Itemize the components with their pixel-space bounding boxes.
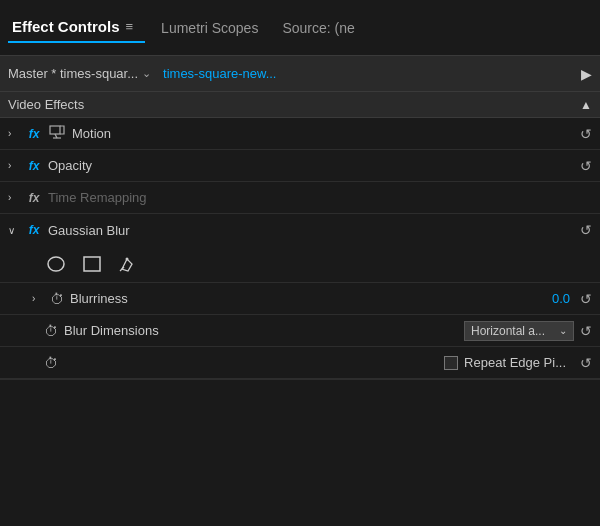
blur-dimensions-row: ⏱ Blur Dimensions Horizontal a... ⌄ ↺ bbox=[0, 315, 600, 347]
motion-fx-badge[interactable]: fx bbox=[26, 127, 42, 141]
pen-tool[interactable] bbox=[114, 252, 142, 276]
blur-dimensions-reset-icon[interactable]: ↺ bbox=[580, 323, 592, 339]
blur-dimensions-chevron: ⌄ bbox=[559, 325, 567, 336]
repeat-edge-label: Repeat Edge Pi... bbox=[464, 355, 566, 370]
video-effects-header: Video Effects ▲ bbox=[0, 92, 600, 118]
motion-effect-name: Motion bbox=[72, 126, 574, 141]
opacity-expand-arrow[interactable]: › bbox=[8, 160, 20, 171]
repeat-edge-checkbox[interactable] bbox=[444, 356, 458, 370]
blurriness-label: Blurriness bbox=[70, 291, 546, 306]
video-effects-title: Video Effects bbox=[8, 97, 84, 112]
master-row: Master * times-squar... ⌄ times-square-n… bbox=[0, 56, 600, 92]
tab-lumetri-scopes[interactable]: Lumetri Scopes bbox=[145, 14, 274, 42]
blur-dimensions-dropdown[interactable]: Horizontal a... ⌄ bbox=[464, 321, 574, 341]
gaussian-blur-fx-badge[interactable]: fx bbox=[26, 223, 42, 237]
svg-rect-0 bbox=[50, 126, 60, 134]
repeat-edge-row: ⏱ Repeat Edge Pi... ↺ bbox=[0, 347, 600, 379]
tab-source[interactable]: Source: (ne bbox=[274, 14, 592, 42]
effect-controls-label: Effect Controls bbox=[12, 18, 120, 35]
opacity-fx-badge[interactable]: fx bbox=[26, 159, 42, 173]
master-clip-name[interactable]: times-square-new... bbox=[163, 66, 276, 81]
video-effects-collapse[interactable]: ▲ bbox=[580, 98, 592, 112]
time-remapping-fx-badge[interactable]: fx bbox=[26, 191, 42, 205]
repeat-edge-stopwatch-icon: ⏱ bbox=[44, 355, 58, 371]
motion-expand-arrow[interactable]: › bbox=[8, 128, 20, 139]
svg-rect-4 bbox=[84, 257, 100, 271]
blur-dimensions-stopwatch-icon: ⏱ bbox=[44, 323, 58, 339]
opacity-effect-row: › fx Opacity ↺ bbox=[0, 150, 600, 182]
motion-transform-icon bbox=[48, 124, 66, 143]
time-remapping-expand-arrow[interactable]: › bbox=[8, 192, 20, 203]
blur-dimensions-value: Horizontal a... bbox=[471, 324, 555, 338]
opacity-effect-name: Opacity bbox=[48, 158, 574, 173]
time-remapping-effect-name: Time Remapping bbox=[48, 190, 592, 205]
gaussian-blur-header-row: ∨ fx Gaussian Blur ↺ bbox=[0, 214, 600, 246]
ellipse-tool[interactable] bbox=[42, 252, 70, 276]
svg-point-3 bbox=[48, 257, 64, 271]
gaussian-blur-effect-name: Gaussian Blur bbox=[48, 223, 574, 238]
master-chevron: ⌄ bbox=[142, 67, 151, 80]
master-forward-arrow[interactable]: ▶ bbox=[581, 66, 592, 82]
master-label: Master * times-squar... bbox=[8, 66, 138, 81]
svg-point-5 bbox=[126, 258, 129, 261]
master-dropdown[interactable]: Master * times-squar... ⌄ bbox=[8, 66, 151, 81]
gaussian-blur-section: ∨ fx Gaussian Blur ↺ › ⏱ Blurriness bbox=[0, 214, 600, 380]
blurriness-reset-icon[interactable]: ↺ bbox=[580, 291, 592, 307]
tab-effect-controls[interactable]: Effect Controls ≡ bbox=[8, 12, 145, 43]
panel-header: Effect Controls ≡ Lumetri Scopes Source:… bbox=[0, 0, 600, 56]
blurriness-row: › ⏱ Blurriness 0.0 ↺ bbox=[0, 283, 600, 315]
blurriness-value[interactable]: 0.0 bbox=[552, 291, 570, 306]
panel-menu-icon[interactable]: ≡ bbox=[126, 19, 134, 34]
rect-tool[interactable] bbox=[78, 252, 106, 276]
blur-dimensions-label: Blur Dimensions bbox=[64, 323, 458, 338]
repeat-edge-reset-icon[interactable]: ↺ bbox=[580, 355, 592, 371]
time-remapping-effect-row: › fx Time Remapping bbox=[0, 182, 600, 214]
motion-effect-row: › fx Motion ↺ bbox=[0, 118, 600, 150]
shape-tools-row bbox=[0, 246, 600, 283]
blurriness-stopwatch-icon[interactable]: ⏱ bbox=[50, 291, 64, 307]
svg-line-1 bbox=[55, 134, 57, 138]
blurriness-expand-arrow[interactable]: › bbox=[32, 293, 44, 304]
gaussian-blur-expand-arrow[interactable]: ∨ bbox=[8, 225, 20, 236]
gaussian-blur-reset-icon[interactable]: ↺ bbox=[580, 222, 592, 238]
repeat-edge-check-area: Repeat Edge Pi... bbox=[64, 355, 566, 370]
opacity-reset-icon[interactable]: ↺ bbox=[580, 158, 592, 174]
motion-reset-icon[interactable]: ↺ bbox=[580, 126, 592, 142]
